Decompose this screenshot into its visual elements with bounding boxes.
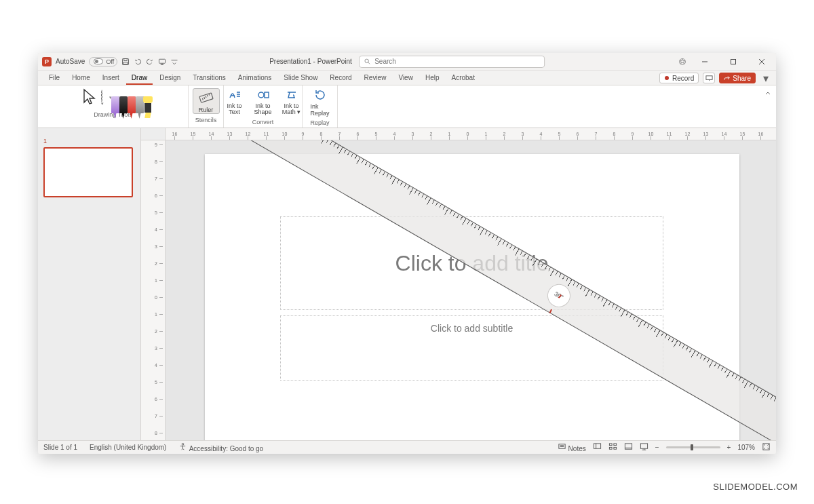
- ribbon-group-replay: Ink Replay Replay: [303, 85, 338, 128]
- ink-to-text-button[interactable]: Ink to Text: [223, 88, 246, 116]
- ribbon-group-drawing-tools: ▾ ▾ ▾ ▾ ▾ ▾ Drawing Tools: [38, 85, 189, 128]
- language-status[interactable]: English (United Kingdom): [90, 444, 166, 451]
- tab-slideshow[interactable]: Slide Show: [278, 72, 323, 85]
- search-icon: [364, 58, 370, 65]
- minimize-button[interactable]: [695, 53, 715, 71]
- svg-rect-16: [614, 444, 617, 446]
- ink-to-math-button[interactable]: Ink to Math ▾: [280, 88, 303, 116]
- ink-replay-button[interactable]: Ink Replay: [307, 88, 334, 117]
- normal-view-button[interactable]: [593, 442, 602, 452]
- ribbon: ▾ ▾ ▾ ▾ ▾ ▾ Drawing Tools Ruler Stencils: [38, 85, 776, 128]
- ink-to-math-icon: [285, 88, 298, 102]
- share-icon: [724, 75, 730, 81]
- chevron-up-icon: [764, 90, 771, 96]
- present-mode-button[interactable]: [703, 73, 715, 83]
- tab-design[interactable]: Design: [154, 72, 186, 85]
- svg-rect-17: [609, 447, 612, 449]
- slide[interactable]: Click to add title Click to add subtitle: [205, 154, 739, 440]
- tab-review[interactable]: Review: [359, 72, 392, 85]
- svg-rect-19: [625, 444, 632, 449]
- svg-point-4: [365, 59, 368, 62]
- editor-area: 1615141312111098765432101234567891011121…: [141, 128, 776, 440]
- accessibility-icon: [178, 442, 187, 451]
- slide-thumbnail-panel[interactable]: 1: [38, 128, 141, 440]
- svg-point-12: [182, 443, 185, 445]
- app-icon: P: [42, 57, 52, 66]
- pen-purple[interactable]: ▾: [109, 96, 112, 100]
- ink-to-shape-button[interactable]: Ink to Shape: [252, 88, 275, 116]
- tab-draw[interactable]: Draw: [126, 72, 153, 85]
- ribbon-group-convert: Ink to Text Ink to Shape Ink to Math ▾ C…: [224, 85, 303, 128]
- reading-view-button[interactable]: [624, 442, 633, 452]
- document-title: Presentation1 - PowerPoint: [269, 58, 352, 65]
- record-button[interactable]: Record: [659, 73, 699, 83]
- svg-rect-6: [731, 59, 736, 64]
- svg-rect-8: [706, 75, 712, 79]
- title-bar: P AutoSave Off Presentation1 - P: [38, 53, 776, 71]
- save-icon[interactable]: [121, 58, 130, 66]
- status-bar: Slide 1 of 1 English (United Kingdom) Ac…: [38, 440, 776, 454]
- notes-icon: [558, 442, 566, 451]
- ink-to-text-icon: [228, 88, 241, 102]
- svg-rect-13: [559, 444, 565, 449]
- tab-acrobat[interactable]: Acrobat: [446, 72, 480, 85]
- qat-overflow-icon[interactable]: [170, 58, 178, 66]
- horizontal-ruler[interactable]: 1615141312111098765432101234567891011121…: [166, 128, 776, 140]
- group-label-stencils: Stencils: [195, 115, 217, 123]
- ink-to-shape-icon: [256, 88, 270, 102]
- slide-counter: Slide 1 of 1: [43, 444, 77, 451]
- zoom-in-button[interactable]: +: [727, 444, 731, 451]
- record-dot-icon: [664, 75, 670, 81]
- maximize-button[interactable]: [723, 53, 743, 71]
- search-input[interactable]: [374, 58, 540, 65]
- autosave-toggle[interactable]: Off: [89, 57, 117, 66]
- zoom-slider[interactable]: [666, 446, 720, 448]
- account-icon[interactable]: [678, 58, 686, 66]
- group-label-convert: Convert: [252, 117, 274, 125]
- share-button[interactable]: Share: [719, 73, 756, 83]
- ruler-stencil-button[interactable]: Ruler: [193, 88, 220, 114]
- watermark: SLIDEMODEL.COM: [713, 482, 798, 492]
- zoom-out-button[interactable]: −: [655, 444, 659, 451]
- collapse-ribbon-button[interactable]: [760, 85, 776, 128]
- slideshow-view-button[interactable]: [640, 442, 648, 452]
- tab-insert[interactable]: Insert: [97, 72, 125, 85]
- tab-record[interactable]: Record: [324, 72, 357, 85]
- slide-canvas[interactable]: Click to add title Click to add subtitle…: [166, 140, 776, 440]
- slide-thumbnail-1[interactable]: [43, 147, 133, 197]
- group-label-replay: Replay: [310, 118, 329, 126]
- tab-transitions[interactable]: Transitions: [187, 72, 231, 85]
- svg-rect-18: [614, 447, 617, 449]
- svg-rect-11: [265, 92, 269, 98]
- svg-rect-15: [609, 444, 612, 446]
- thumbnail-number: 1: [43, 138, 47, 144]
- tab-file[interactable]: File: [43, 72, 65, 85]
- ribbon-group-stencils: Ruler Stencils: [189, 85, 224, 128]
- undo-icon[interactable]: [134, 58, 142, 66]
- lasso-select-tool[interactable]: ▾: [101, 90, 104, 106]
- tab-home[interactable]: Home: [66, 72, 96, 85]
- search-box[interactable]: [359, 56, 545, 68]
- start-slideshow-icon[interactable]: [158, 58, 166, 66]
- fit-to-window-button[interactable]: [762, 442, 771, 452]
- svg-rect-3: [159, 59, 166, 63]
- workspace: 1 16151413121110987654321012345678910111…: [38, 128, 776, 440]
- ruler-icon: [199, 91, 214, 106]
- zoom-level[interactable]: 107%: [737, 444, 755, 451]
- app-window: P AutoSave Off Presentation1 - P: [38, 53, 776, 454]
- svg-point-7: [665, 76, 669, 80]
- tab-view[interactable]: View: [393, 72, 419, 85]
- tab-help[interactable]: Help: [420, 72, 445, 85]
- close-button[interactable]: [752, 53, 772, 71]
- redo-icon[interactable]: [146, 58, 154, 66]
- ribbon-tabs: File Home Insert Draw Design Transitions…: [38, 71, 776, 85]
- notes-button[interactable]: Notes: [558, 442, 586, 452]
- vertical-ruler[interactable]: 9876543210123456789: [141, 140, 166, 440]
- replay-icon: [313, 88, 327, 102]
- select-tool[interactable]: [82, 88, 96, 109]
- tab-animations[interactable]: Animations: [233, 72, 277, 85]
- slide-sorter-view-button[interactable]: [608, 442, 617, 452]
- ribbon-display-options[interactable]: ▾: [760, 73, 772, 83]
- accessibility-status[interactable]: Accessibility: Good to go: [178, 442, 263, 452]
- svg-point-10: [258, 92, 264, 98]
